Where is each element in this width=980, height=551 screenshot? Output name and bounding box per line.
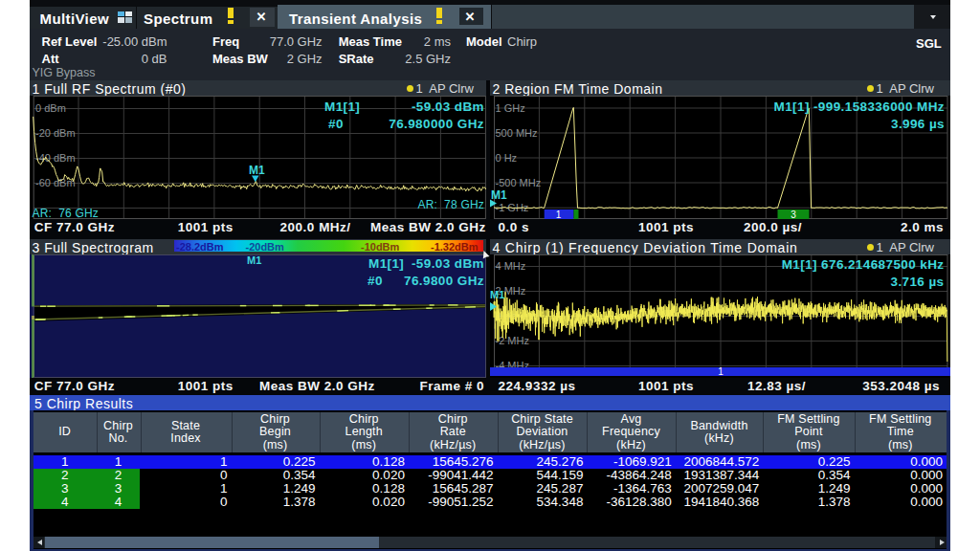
svg-text:-500 MHz: -500 MHz <box>496 177 542 188</box>
svg-text:1 GHz: 1 GHz <box>496 102 525 114</box>
svg-text:500 MHz: 500 MHz <box>496 127 538 139</box>
svg-text:4 MHz: 4 MHz <box>496 260 526 272</box>
svg-text:-2 MHz: -2 MHz <box>496 335 529 346</box>
svg-text:M1: M1 <box>490 289 504 300</box>
svg-text:1: 1 <box>718 366 724 377</box>
svg-text:-20 dBm: -20 dBm <box>35 127 76 139</box>
svg-text:0 Hz: 0 Hz <box>496 152 518 164</box>
svg-text:-40 dBm: -40 dBm <box>35 152 76 164</box>
svg-text:1: 1 <box>556 209 562 220</box>
svg-text:3: 3 <box>791 209 796 220</box>
svg-text:0 dBm: 0 dBm <box>35 102 66 114</box>
